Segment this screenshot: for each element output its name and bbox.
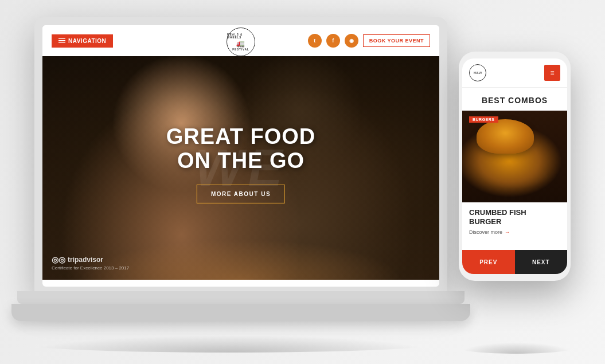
phone-shadow — [459, 342, 573, 354]
phone-logo: M&W — [469, 64, 486, 81]
hero-content: GREAT FOOD ON THE GO MORE ABOUT US — [166, 125, 316, 203]
tripadvisor-name: ◎◎ tripadvisor — [52, 255, 129, 264]
twitter-button[interactable]: t — [308, 34, 322, 48]
phone-device: M&W ≡ BEST COMBOS BURGERS CRUMBED FISH B… — [459, 52, 571, 281]
laptop-foot — [11, 304, 470, 321]
hamburger-icon — [58, 38, 65, 44]
tripadvisor-certificate: Certificate for Excellence 2013 – 2017 — [52, 265, 129, 271]
instagram-button[interactable]: ◉ — [345, 34, 358, 48]
tripadvisor-text: tripadvisor — [68, 256, 103, 264]
hero-title-line2: ON THE GO — [166, 149, 316, 173]
discover-arrow-icon: → — [505, 229, 510, 235]
hero-title: GREAT FOOD ON THE GO — [166, 125, 316, 173]
burger-bun — [477, 119, 534, 154]
card-info: CRUMBED FISH BURGER Discover more → — [462, 202, 567, 241]
laptop-screen: NAVIGATION MEALS & WHEELS 🚛 FESTIVAL t f… — [42, 25, 439, 287]
phone-logo-text: M&W — [474, 71, 482, 75]
website-logo: MEALS & WHEELS 🚛 FESTIVAL — [227, 28, 255, 56]
nav-button[interactable]: NAVIGATION — [52, 34, 113, 48]
header-right: t f ◉ BOOK YOUR EVENT — [308, 34, 430, 48]
card-title: CRUMBED FISH BURGER — [469, 208, 560, 226]
tripadvisor-badge: ◎◎ tripadvisor Certificate for Excellenc… — [52, 255, 129, 271]
logo-bottom-text: FESTIVAL — [232, 48, 249, 51]
facebook-button[interactable]: f — [326, 34, 340, 48]
book-event-button[interactable]: BOOK YOUR EVENT — [363, 34, 430, 47]
website-header: NAVIGATION MEALS & WHEELS 🚛 FESTIVAL t f… — [42, 25, 439, 56]
logo-icon: 🚛 — [236, 40, 245, 48]
tripadvisor-icon: ◎◎ — [52, 255, 65, 264]
combo-card: BURGERS CRUMBED FISH BURGER Discover mor… — [462, 111, 567, 250]
laptop-device: NAVIGATION MEALS & WHEELS 🚛 FESTIVAL t f… — [34, 17, 453, 338]
next-button[interactable]: NEXT — [515, 250, 568, 274]
discover-text: Discover more — [469, 229, 502, 235]
phone-navigation: PREV NEXT — [462, 250, 567, 274]
combo-card-image: BURGERS — [462, 111, 567, 202]
nav-label: NAVIGATION — [68, 38, 106, 44]
hero-title-line1: GREAT FOOD — [166, 125, 316, 149]
category-tag: BURGERS — [469, 116, 498, 123]
hero-cta-button[interactable]: MORE ABOUT US — [197, 184, 285, 203]
discover-link[interactable]: Discover more → — [469, 229, 560, 235]
laptop-body: NAVIGATION MEALS & WHEELS 🚛 FESTIVAL t f… — [34, 17, 447, 292]
logo-top-text: MEALS & WHEELS — [227, 33, 255, 39]
laptop-base — [17, 291, 465, 304]
phone-header: M&W ≡ — [462, 58, 567, 88]
phone-screen: M&W ≡ BEST COMBOS BURGERS CRUMBED FISH B… — [462, 58, 567, 274]
hero-section: We GREAT FOOD ON THE GO MORE ABOUT US ◎◎… — [42, 56, 439, 280]
scene: NAVIGATION MEALS & WHEELS 🚛 FESTIVAL t f… — [0, 0, 605, 364]
phone-menu-button[interactable]: ≡ — [544, 65, 560, 81]
prev-button[interactable]: PREV — [462, 250, 515, 274]
best-combos-title: BEST COMBOS — [462, 88, 567, 111]
